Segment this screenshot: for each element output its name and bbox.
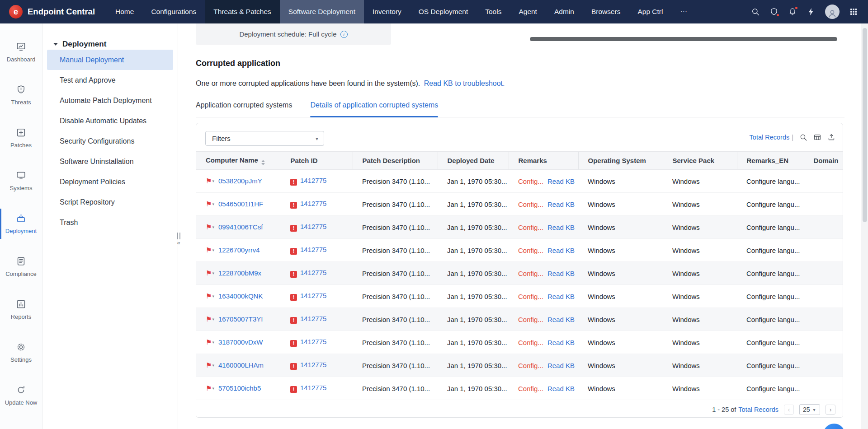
tab-details-of-application-corrupted-systems[interactable]: Details of application corrupted systems [310,99,438,117]
computer-name-link[interactable]: 4160000LHAm [218,361,264,369]
column-header-domain[interactable]: Domain [804,152,843,170]
row-read-kb-link[interactable]: Read KB [547,270,575,277]
patch-id-link[interactable]: 1412775 [300,384,326,392]
computer-name-link[interactable]: 1634000kQNK [218,292,263,300]
row-read-kb-link[interactable]: Read KB [547,339,575,346]
flag-caret-icon[interactable]: ▾ [212,340,214,345]
computer-flag-icon[interactable]: ⚑ [206,292,212,300]
patch-id-link[interactable]: 1412775 [300,269,326,276]
flag-caret-icon[interactable]: ▾ [212,225,214,229]
rail-item-update-now[interactable]: Update Now [0,374,42,417]
computer-flag-icon[interactable]: ⚑ [206,269,212,277]
patch-id-link[interactable]: 1412775 [300,315,326,322]
remarks-config-link[interactable]: Config... [518,247,543,254]
column-header-computer-name[interactable]: Computer Name [196,152,281,170]
security-shield-icon[interactable] [769,7,778,16]
flag-caret-icon[interactable]: ▾ [212,248,214,252]
remarks-config-link[interactable]: Config... [518,293,543,300]
patch-id-link[interactable]: 1412775 [300,200,326,207]
sidebar-item-deployment-policies[interactable]: Deployment Policies [47,172,173,192]
flag-caret-icon[interactable]: ▾ [212,317,214,322]
tab-application-corrupted-systems[interactable]: Application corrupted systems [196,99,292,117]
row-read-kb-link[interactable]: Read KB [547,362,575,369]
sidebar-section-deployment[interactable]: Deployment [42,39,178,50]
filters-dropdown[interactable]: Filters ▾ [205,131,324,146]
computer-name-link[interactable]: 05465001I1HF [218,200,263,208]
row-read-kb-link[interactable]: Read KB [547,247,575,254]
nav-item-agent[interactable]: Agent [510,0,546,23]
row-read-kb-link[interactable]: Read KB [547,316,575,323]
column-header-service-pack[interactable]: Service Pack [663,152,737,170]
flag-caret-icon[interactable]: ▾ [212,294,214,298]
nav-item-home[interactable]: Home [107,0,142,23]
column-header-operating-system[interactable]: Operating System [578,152,663,170]
computer-name-link[interactable]: 0538200pJmY [218,177,262,185]
vertical-scrollbar[interactable] [861,23,868,429]
prev-page-button[interactable]: ‹ [784,405,794,415]
nav-item-more[interactable]: ⋯ [671,0,696,23]
remarks-config-link[interactable]: Config... [518,339,543,346]
row-read-kb-link[interactable]: Read KB [547,201,575,208]
nav-item-app-ctrl[interactable]: App Ctrl [629,0,671,23]
column-header-patch-description[interactable]: Patch Description [353,152,438,170]
rail-item-dashboard[interactable]: Dashboard [0,31,42,74]
nav-item-configurations[interactable]: Configurations [142,0,205,23]
remarks-config-link[interactable]: Config... [518,201,543,208]
pagination-total-records-link[interactable]: Total Records [738,406,778,413]
computer-flag-icon[interactable]: ⚑ [206,361,212,369]
nav-item-os-deployment[interactable]: OS Deployment [410,0,476,23]
rail-item-compliance[interactable]: Compliance [0,245,42,288]
patch-id-link[interactable]: 1412775 [300,292,326,299]
rail-item-settings[interactable]: Settings [0,331,42,374]
computer-flag-icon[interactable]: ⚑ [206,315,212,323]
computer-name-link[interactable]: 09941006TCsf [218,223,263,231]
flag-caret-icon[interactable]: ▾ [212,386,214,391]
vertical-scrollbar-thumb[interactable] [863,28,867,222]
nav-item-browsers[interactable]: Browsers [583,0,629,23]
nav-item-admin[interactable]: Admin [546,0,583,23]
remarks-config-link[interactable]: Config... [518,362,543,369]
search-icon[interactable] [751,7,760,16]
computer-flag-icon[interactable]: ⚑ [206,200,212,208]
sort-icon[interactable] [261,160,265,165]
page-size-select[interactable]: 25 ▾ [799,404,820,415]
sidebar-item-disable-automatic-updates[interactable]: Disable Automatic Updates [47,111,173,131]
patch-id-link[interactable]: 1412775 [300,338,326,345]
info-icon[interactable]: i [340,31,348,38]
row-read-kb-link[interactable]: Read KB [547,385,575,392]
remarks-config-link[interactable]: Config... [518,316,543,323]
apps-grid-icon[interactable] [849,7,858,16]
patch-id-link[interactable]: 1412775 [300,246,326,253]
flag-caret-icon[interactable]: ▾ [212,271,214,275]
computer-flag-icon[interactable]: ⚑ [206,223,212,231]
patch-id-link[interactable]: 1412775 [300,361,326,368]
remarks-config-link[interactable]: Config... [518,224,543,231]
nav-item-software-deployment[interactable]: Software Deployment [280,0,364,23]
column-header-deployed-date[interactable]: Deployed Date [438,152,509,170]
computer-name-link[interactable]: 1228700bM9x [218,269,261,277]
read-kb-troubleshoot-link[interactable]: Read KB to troubleshoot. [424,79,505,87]
nav-item-inventory[interactable]: Inventory [364,0,410,23]
rail-item-deployment[interactable]: Deployment [0,202,42,245]
column-header-patch-id[interactable]: Patch ID [281,152,353,170]
user-avatar[interactable] [825,5,840,19]
column-header-remarks-en[interactable]: Remarks_EN [737,152,804,170]
flag-caret-icon[interactable]: ▾ [212,363,214,368]
sidebar-item-automate-patch-deployment[interactable]: Automate Patch Deployment [47,90,173,111]
sidebar-item-script-repository[interactable]: Script Repository [47,192,173,212]
horizontal-scrollbar[interactable] [530,37,837,41]
quick-actions-bolt-icon[interactable] [807,7,816,16]
row-read-kb-link[interactable]: Read KB [547,293,575,300]
computer-flag-icon[interactable]: ⚑ [206,338,212,346]
next-page-button[interactable]: › [826,405,835,415]
remarks-config-link[interactable]: Config... [518,270,543,277]
column-header-remarks[interactable]: Remarks [509,152,578,170]
sidebar-item-software-uninstallation[interactable]: Software Uninstallation [47,151,173,172]
rail-item-patches[interactable]: Patches [0,117,42,159]
sidebar-item-test-and-approve[interactable]: Test and Approve [47,70,173,90]
sidebar-item-trash[interactable]: Trash [47,212,173,233]
remarks-config-link[interactable]: Config... [518,385,543,392]
computer-flag-icon[interactable]: ⚑ [206,384,212,392]
computer-name-link[interactable]: 1226700yrrv4 [218,246,260,254]
brand[interactable]: e Endpoint Central [0,0,107,23]
